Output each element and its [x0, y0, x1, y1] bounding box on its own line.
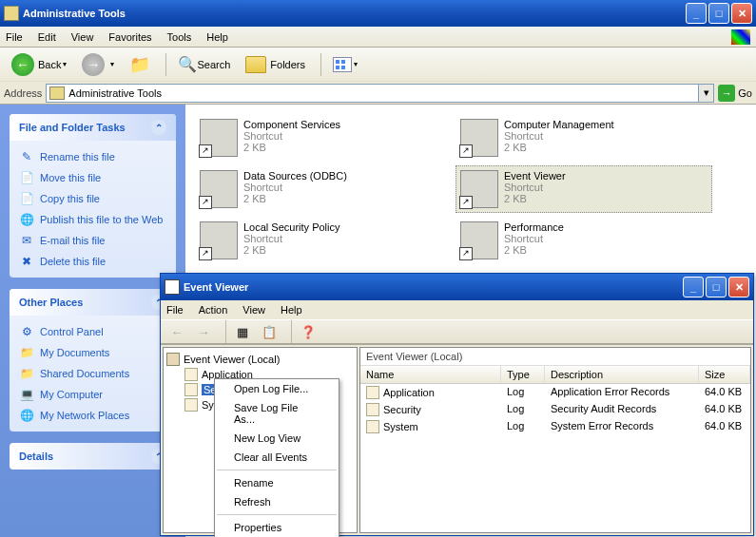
file-name: Event Viewer: [504, 170, 566, 182]
file-folder-tasks-header[interactable]: File and Folder Tasks ⌃: [10, 114, 176, 141]
ev-list-row[interactable]: SystemLogSystem Error Records64.0 KB: [360, 418, 750, 435]
file-item[interactable]: Event ViewerShortcut2 KB: [456, 165, 712, 213]
ev-col-desc[interactable]: Description: [545, 366, 699, 383]
ev-maximize-button[interactable]: □: [706, 277, 727, 297]
collapse-icon[interactable]: ⌃: [151, 120, 166, 135]
context-menu-item[interactable]: New Log View: [215, 429, 339, 448]
back-dropdown-icon[interactable]: ▾: [63, 60, 67, 68]
task-icon: 📄: [19, 170, 34, 185]
file-type: Shortcut: [243, 233, 340, 244]
menu-edit[interactable]: Edit: [38, 31, 56, 43]
task-label: Copy this file: [40, 193, 100, 204]
main-menubar: File Edit View Favorites Tools Help: [0, 27, 756, 48]
ev-forward-button[interactable]: →: [193, 322, 214, 341]
ev-list-row[interactable]: SecurityLogSecurity Audit Records64.0 KB: [360, 401, 750, 418]
ev-row-desc: Security Audit Records: [545, 402, 699, 417]
task-label: Shared Documents: [40, 368, 129, 379]
task-item[interactable]: 📄Copy this file: [19, 188, 166, 209]
task-item[interactable]: 📁Shared Documents: [19, 363, 166, 384]
address-value: Administrative Tools: [68, 87, 162, 99]
close-button[interactable]: ✕: [731, 3, 752, 24]
ev-refresh-icon[interactable]: ▦: [232, 322, 253, 341]
task-icon: 📄: [19, 191, 34, 206]
task-item[interactable]: 🌐Publish this file to the Web: [19, 209, 166, 230]
ev-col-size[interactable]: Size: [699, 366, 750, 383]
menu-favorites[interactable]: Favorites: [108, 31, 151, 43]
ev-row-desc: System Error Records: [545, 419, 699, 434]
ev-menu-help[interactable]: Help: [281, 304, 302, 316]
task-item[interactable]: ⚙Control Panel: [19, 321, 166, 342]
file-type: Shortcut: [504, 182, 566, 193]
ev-row-type: Log: [501, 419, 545, 434]
context-menu-item[interactable]: Save Log File As...: [215, 398, 339, 429]
menu-tools[interactable]: Tools: [167, 31, 192, 43]
task-label: Delete this file: [40, 256, 106, 267]
context-menu-item[interactable]: Rename: [215, 473, 339, 492]
maximize-button[interactable]: □: [708, 3, 729, 24]
task-item[interactable]: ✖Delete this file: [19, 251, 166, 272]
task-item[interactable]: ✎Rename this file: [19, 146, 166, 167]
context-menu-item[interactable]: Clear all Events: [215, 448, 339, 467]
file-item[interactable]: Computer ManagementShortcut2 KB: [456, 114, 712, 162]
ev-close-button[interactable]: ✕: [728, 277, 749, 297]
folders-button[interactable]: Folders: [240, 54, 311, 75]
ev-tree-root[interactable]: Event Viewer (Local): [165, 352, 355, 367]
ev-properties-icon[interactable]: 📋: [259, 322, 280, 341]
file-item[interactable]: PerformanceShortcut2 KB: [456, 217, 712, 264]
file-item[interactable]: Local Security PolicyShortcut2 KB: [195, 217, 452, 264]
task-item[interactable]: 📁My Documents: [19, 342, 166, 363]
views-button[interactable]: ▾: [327, 55, 363, 74]
menu-file[interactable]: File: [6, 31, 23, 43]
ev-menu-action[interactable]: Action: [199, 304, 228, 316]
ev-menu-view[interactable]: View: [242, 304, 265, 316]
up-button[interactable]: 📁: [124, 52, 156, 77]
ev-help-icon[interactable]: ❓: [298, 322, 319, 341]
context-menu-item[interactable]: Open Log File...: [215, 379, 339, 398]
details-header[interactable]: Details ⌃: [10, 443, 176, 470]
shortcut-icon: [460, 221, 498, 259]
file-item[interactable]: Data Sources (ODBC)Shortcut2 KB: [195, 165, 452, 213]
file-size: 2 KB: [504, 244, 564, 256]
ev-back-button[interactable]: ←: [166, 322, 187, 341]
ev-minimize-button[interactable]: _: [683, 277, 704, 297]
task-icon: ✖: [19, 254, 34, 269]
forward-dropdown-icon[interactable]: ▾: [110, 60, 114, 68]
task-item[interactable]: 💻My Computer: [19, 384, 166, 405]
ev-row-type: Log: [501, 402, 545, 417]
other-places-title: Other Places: [19, 297, 83, 308]
address-dropdown[interactable]: ▾: [699, 84, 714, 103]
forward-button[interactable]: → ▾: [76, 51, 120, 78]
file-folder-tasks-box: File and Folder Tasks ⌃ ✎Rename this fil…: [10, 114, 176, 278]
window-title: Administrative Tools: [23, 8, 126, 19]
menu-help[interactable]: Help: [206, 31, 228, 43]
ev-list-row[interactable]: ApplicationLogApplication Error Records6…: [360, 384, 750, 401]
minimize-button[interactable]: _: [686, 3, 707, 24]
go-button[interactable]: → Go: [718, 85, 752, 102]
ev-titlebar: Event Viewer _ □ ✕: [161, 274, 753, 300]
search-button[interactable]: 🔍 Search: [172, 53, 236, 75]
task-item[interactable]: 📄Move this file: [19, 167, 166, 188]
ev-row-desc: Application Error Records: [545, 385, 699, 400]
context-menu-item[interactable]: Properties: [215, 518, 339, 537]
ev-toolbar: ← → ▦ 📋 ❓: [161, 319, 753, 344]
ev-column-headers: Name Type Description Size: [360, 365, 750, 384]
ev-row-type: Log: [501, 385, 545, 400]
other-places-header[interactable]: Other Places ⌃: [10, 289, 176, 316]
context-menu-item[interactable]: Refresh: [215, 492, 339, 511]
menu-view[interactable]: View: [71, 31, 94, 43]
file-name: Local Security Policy: [243, 221, 340, 233]
task-item[interactable]: 🌐My Network Places: [19, 405, 166, 426]
ev-col-name[interactable]: Name: [360, 366, 501, 383]
back-button[interactable]: ← Back ▾: [6, 51, 72, 78]
views-dropdown-icon[interactable]: ▾: [354, 60, 358, 68]
task-icon: 🌐: [19, 408, 34, 423]
ev-menubar: File Action View Help: [161, 300, 753, 319]
ev-col-type[interactable]: Type: [501, 366, 545, 383]
go-icon: →: [718, 85, 735, 102]
task-item[interactable]: ✉E-mail this file: [19, 230, 166, 251]
file-item[interactable]: Component ServicesShortcut2 KB: [195, 114, 452, 162]
address-input[interactable]: Administrative Tools: [46, 84, 699, 103]
task-icon: ⚙: [19, 324, 34, 339]
ev-menu-file[interactable]: File: [166, 304, 184, 316]
ev-row-name: Security: [383, 404, 421, 415]
